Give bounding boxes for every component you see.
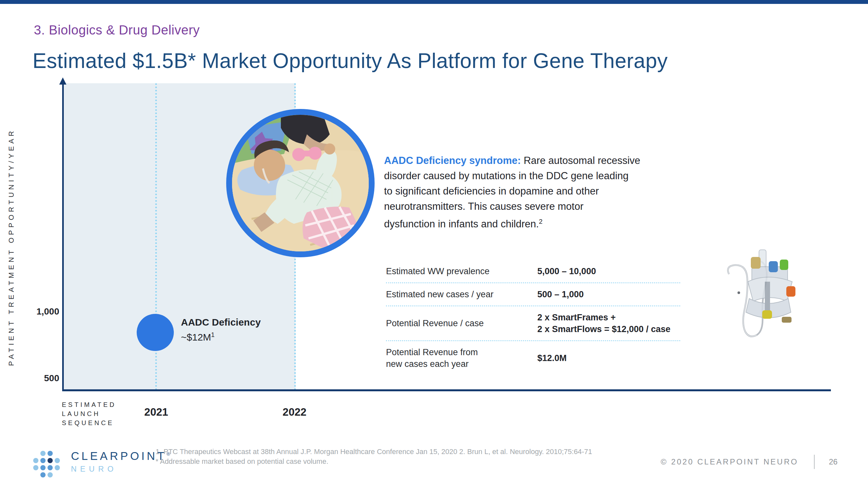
y-axis-label: PATIENT TREATMENT OPPORTUNITY/YEAR: [7, 125, 20, 369]
clearpoint-logo-text: CLEARPOINT® NEURO: [71, 450, 172, 474]
table-row-label: Estimated WW prevalence: [386, 265, 537, 277]
info-table: Estimated WW prevalence5,000 – 10,000Est…: [386, 260, 680, 375]
table-row-label: Potential Revenue from new cases each ye…: [386, 346, 537, 370]
footer: © 2020 CLEARPOINT NEURO 26: [661, 455, 843, 469]
table-row-label: Potential Revenue / case: [386, 317, 537, 329]
table-row: Estimated WW prevalence5,000 – 10,000: [386, 260, 680, 283]
data-bubble-aadc: [137, 314, 174, 351]
footnote-1: 1. PTC Therapeutics Webcast at 38th Annu…: [156, 447, 592, 457]
patient-photo-art: [232, 115, 369, 251]
x-axis-title: ESTIMATED LAUNCH SEQUENCE: [62, 400, 116, 427]
footnote-2: * Addressable market based on potential …: [156, 457, 592, 466]
table-row-value: 5,000 – 10,000: [537, 265, 680, 277]
logo-name: CLEARPOINT®: [71, 450, 172, 462]
description-paragraph: AADC Deficiency syndrome: Rare autosomal…: [384, 153, 683, 232]
clearpoint-logo: CLEARPOINT® NEURO: [33, 450, 172, 479]
table-row-value: $12.0M: [537, 352, 680, 364]
top-accent-bar: [0, 0, 868, 4]
x-axis-line: [62, 389, 831, 391]
bubble-label-value: ~$12M1: [181, 328, 261, 344]
copyright-text: © 2020 CLEARPOINT NEURO: [661, 457, 798, 466]
page-number: 26: [829, 457, 838, 466]
description-lead: AADC Deficiency syndrome:: [384, 155, 521, 166]
footer-divider: [814, 455, 815, 469]
y-tick-1000: 1,000: [17, 307, 59, 317]
logo-subname: NEURO: [71, 464, 172, 474]
table-row: Potential Revenue / case2 x SmartFrames …: [386, 307, 680, 341]
clearpoint-logo-icon: [33, 450, 65, 479]
data-bubble-label: AADC Deficiency ~$12M1: [181, 316, 261, 344]
y-axis-arrow: [59, 77, 66, 85]
table-row: Estimated new cases / year500 – 1,000: [386, 283, 680, 307]
patient-photo: [226, 109, 375, 257]
footnotes: 1. PTC Therapeutics Webcast at 38th Annu…: [156, 447, 592, 466]
smartframe-device-image: [719, 243, 817, 341]
page-title: Estimated $1.5B* Market Opportunity As P…: [33, 49, 668, 73]
y-tick-500: 500: [17, 373, 59, 384]
bubble-label-name: AADC Deficiency: [181, 316, 261, 328]
x-tick-2021: 2021: [133, 406, 179, 418]
table-row-label: Estimated new cases / year: [386, 289, 537, 300]
table-row: Potential Revenue from new cases each ye…: [386, 341, 680, 375]
x-tick-2022: 2022: [272, 406, 317, 418]
table-row-value: 500 – 1,000: [537, 289, 680, 300]
slide: 3. Biologics & Drug Delivery Estimated $…: [0, 0, 868, 483]
section-kicker: 3. Biologics & Drug Delivery: [34, 23, 200, 37]
table-row-value: 2 x SmartFrames + 2 x SmartFlows = $12,0…: [537, 312, 680, 335]
description-footnote-ref: 2: [539, 218, 542, 225]
y-axis-line: [62, 82, 64, 391]
